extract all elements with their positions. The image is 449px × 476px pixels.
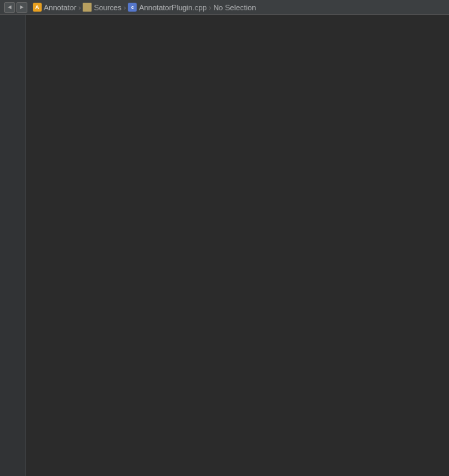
breadcrumb-annotator-label: Annotator <box>44 3 77 12</box>
code-area[interactable] <box>26 15 449 476</box>
breadcrumb-sources: Sources <box>83 3 121 12</box>
breadcrumb-selection-label: No Selection <box>213 3 256 12</box>
editor <box>0 15 449 476</box>
nav-fwd-button[interactable]: ▶ <box>16 2 27 13</box>
top-bar: ◀ ▶ A Annotator › Sources › c AnnotatorP… <box>0 0 449 15</box>
breadcrumb-file-label: AnnotatorPlugin.cpp <box>139 3 206 12</box>
line-numbers <box>0 15 26 476</box>
breadcrumb-selection: No Selection <box>213 3 256 12</box>
breadcrumb-file: c AnnotatorPlugin.cpp <box>128 3 206 12</box>
breadcrumb-annotator: A Annotator <box>33 3 77 12</box>
nav-back-button[interactable]: ◀ <box>4 2 15 13</box>
breadcrumb-sources-label: Sources <box>94 3 121 12</box>
breadcrumb: A Annotator › Sources › c AnnotatorPlugi… <box>33 3 256 12</box>
